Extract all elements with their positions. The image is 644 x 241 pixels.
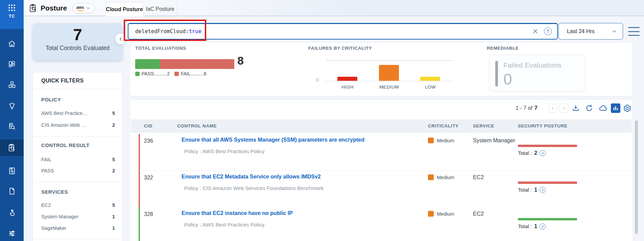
insights-bulb-icon [8,101,16,110]
provider-selector[interactable]: aws [72,3,95,13]
app-switcher[interactable]: TC [0,0,24,29]
filter-item[interactable]: FAIL 5 [41,157,115,162]
tab-iac-posture[interactable]: IaC Posture [143,2,177,16]
criticality-medium-icon [428,211,434,217]
query-value: true [189,28,201,34]
posture-bar [518,145,577,147]
table-row[interactable]: 328 Ensure that EC2 instance have no pub… [131,207,632,241]
bar-chart-icon [612,105,619,112]
collapse-panel-button[interactable] [115,33,126,45]
summary-panel: TOTAL EVALUATIONS 8 PASS..........2 FAIL… [130,43,633,96]
top-bar: Posture aws Cloud Posture IaC Posture [24,0,644,16]
sliders-icon [8,229,16,238]
table-row[interactable]: 322 Ensure that EC2 Metadata Service onl… [131,171,632,208]
posture-bar [518,182,577,184]
sidebar-item-insights[interactable] [0,97,24,114]
control-name-link[interactable]: Ensure that EC2 Metadata Service only al… [182,174,321,180]
posture-total: Total :2 i [518,150,546,156]
help-icon[interactable]: ? [544,27,552,35]
time-range-value: Last 24 Hrs [567,28,595,34]
filter-item[interactable]: EC2 5 [41,202,115,208]
search-input[interactable]: deletedFromCloud:true [128,23,558,40]
service-cell: System Manager [473,137,515,144]
filter-count: 5 [112,111,115,116]
download-button[interactable] [571,103,580,113]
criticality-bar [337,77,357,81]
posture-title-icon [28,3,38,13]
column-header-service[interactable]: SERVICE [473,123,494,128]
sidebar-item-home[interactable] [0,36,24,52]
chevron-right-icon [562,106,566,111]
download-icon [572,104,580,112]
filter-item[interactable]: AWS Best Practice… 5 [41,111,115,116]
next-page-button[interactable] [559,104,568,113]
posture-bar [518,218,577,220]
sidebar-item-policy-search[interactable] [0,118,24,134]
y-axis-tick: 0 [316,77,319,82]
touch-action-icon [8,208,16,217]
legend-item: PASS..........2 [135,71,170,76]
filter-item[interactable]: PASS 2 [41,168,115,173]
document-search-icon [8,122,16,130]
table-toolbar: 1 - 7 of7 [130,100,633,118]
document-icon [8,187,16,195]
column-header-criticality[interactable]: CRITICALITY [428,123,459,128]
filter-count: 5 [112,202,115,208]
total-evaluations-title: TOTAL EVALUATIONS [135,46,186,51]
cloud-view-button[interactable] [598,103,608,113]
tab-cloud-posture[interactable]: Cloud Posture [105,2,143,16]
chart-view-toggle[interactable] [611,103,620,113]
controls-table-panel: 1 - 7 of7 [130,100,633,241]
scrollbar-thumb[interactable] [635,120,638,234]
pagination-range: 1 - 7 of7 [516,105,538,111]
filter-item[interactable]: SageMaker 1 [41,225,115,231]
row-status-accent [139,171,140,207]
legend-item: FAIL..........6 [174,71,206,76]
evaluations-legend: PASS..........2 FAIL..........6 [135,71,206,76]
sidebar-item-settings[interactable] [0,225,24,241]
query-token: deletedFromCloud: [135,28,189,34]
total-controls-card: 7 Total Controls Evaluated [33,23,122,60]
sidebar-item-actions[interactable] [0,204,24,220]
dashboard-icon [8,60,16,68]
posture-clipboard-icon [7,143,16,152]
control-name-link[interactable]: Ensure that EC2 instance have no public … [182,210,293,216]
column-header-name[interactable]: CONTROL NAME [177,123,217,128]
row-status-accent [139,134,140,170]
time-range-select[interactable]: Last 24 Hrs [558,23,623,40]
control-name-link[interactable]: Ensure that all AWS Systems Manager (SSM… [182,137,364,143]
menu-icon[interactable] [628,27,640,36]
filter-count: 2 [112,122,115,128]
column-header-cid[interactable]: CID [144,123,152,128]
filter-section-policy: POLICY [41,97,61,102]
table-row[interactable]: 236 Ensure that all AWS Systems Manager … [131,134,632,171]
total-controls-label: Total Controls Evaluated [33,45,122,52]
filter-item[interactable]: CIS Amazon Web … 2 [41,122,115,128]
info-icon[interactable]: i [540,150,546,156]
category-label-low: LOW [410,85,451,90]
table-settings-button[interactable] [622,103,632,113]
policy-text: Policy : AWS Best Practices Policy [184,148,264,154]
user-avatar[interactable]: TC [0,14,24,19]
filter-item[interactable]: System Manager 1 [41,214,115,219]
sidebar-item-documents[interactable] [0,183,24,199]
vertical-scrollbar[interactable] [634,119,638,241]
posture-total: Total :1 i [518,223,546,230]
sidebar-item-posture[interactable] [0,140,24,156]
report-icon [8,167,16,175]
criticality-bar [420,77,440,81]
chevron-left-icon [118,37,123,42]
refresh-button[interactable] [585,103,594,113]
sidebar-item-assets[interactable] [0,76,24,93]
sidebar-item-dashboard[interactable] [0,56,24,72]
sidebar-item-reports[interactable] [0,163,24,179]
column-header-posture[interactable]: SECURITY POSTURE [518,123,568,128]
cloud-icon [599,104,607,113]
evaluation-segment [135,59,160,69]
clear-search-icon[interactable] [532,28,539,34]
policy-text: Policy : AWS Best Practices Policy [184,222,264,228]
info-icon[interactable]: i [540,223,546,230]
criticality-bar [379,65,399,81]
prev-page-button[interactable] [548,104,557,113]
info-icon[interactable]: i [540,187,546,193]
